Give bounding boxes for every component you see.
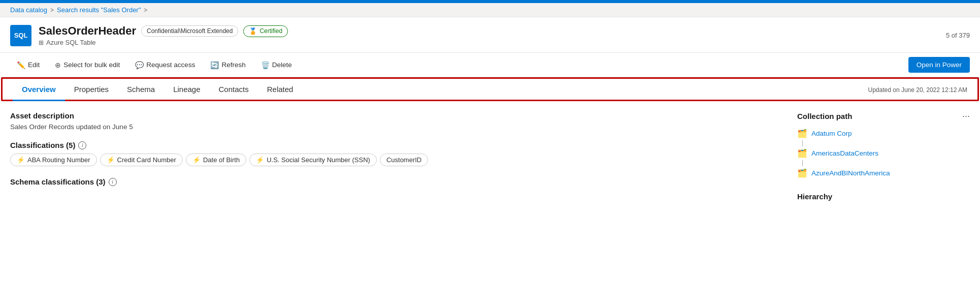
content-left: Asset description Sales Order Records up… [10,111,777,201]
collection-link-0[interactable]: Adatum Corp [811,130,852,137]
tab-properties[interactable]: Properties [65,79,118,101]
tag-label-0: ABA Routing Number [27,156,90,164]
edit-button[interactable]: ✏️ Edit [10,57,46,73]
request-access-button[interactable]: 💬 Request access [128,57,202,73]
collection-item-0: 🗂️ Adatum Corp [797,127,970,140]
connector-0 [802,140,970,146]
select-bulk-icon: ⊕ [55,61,61,69]
schema-classifications-title: Schema classifications (3) [10,177,106,186]
lightning-icon-2: ⚡ [192,156,201,164]
schema-classifications-header: Schema classifications (3) i [10,177,777,186]
header-left: SQL SalesOrderHeader Confidential\Micros… [10,24,288,46]
collection-link-1[interactable]: AmericasDataCenters [811,149,878,157]
asset-title: SalesOrderHeader [39,24,136,38]
refresh-label: Refresh [221,61,245,69]
edit-label: Edit [28,61,40,69]
tabs-list: Overview Properties Schema Lineage Conta… [13,79,302,100]
schema-classifications-info-icon[interactable]: i [109,178,117,186]
classifications-info-icon[interactable]: i [78,141,86,149]
delete-icon: 🗑️ [261,61,270,69]
badge-confidential[interactable]: Confidential\Microsoft Extended [141,25,238,37]
refresh-button[interactable]: 🔄 Refresh [204,57,252,73]
tag-aba-routing[interactable]: ⚡ ABA Routing Number [10,154,97,166]
collection-path-title: Collection path [797,112,852,120]
certified-icon: 🏅 [249,27,257,35]
classification-tags: ⚡ ABA Routing Number ⚡ Credit Card Numbe… [10,154,777,166]
hierarchy-title: Hierarchy [797,192,970,201]
lightning-icon-0: ⚡ [17,156,25,164]
breadcrumb-data-catalog[interactable]: Data catalog [10,6,47,14]
header-title-block: SalesOrderHeader Confidential\Microsoft … [39,24,288,46]
tab-schema[interactable]: Schema [118,79,164,101]
toolbar: ✏️ Edit ⊕ Select for bulk edit 💬 Request… [0,53,980,77]
tab-contacts[interactable]: Contacts [210,79,258,101]
lightning-icon-3: ⚡ [256,156,264,164]
open-power-button[interactable]: Open in Power [908,57,970,73]
breadcrumb-search-results[interactable]: Search results "Sales Order" [57,6,141,14]
delete-label: Delete [272,61,292,69]
breadcrumb: Data catalog > Search results "Sales Ord… [0,3,980,17]
tag-label-1: Credit Card Number [117,156,176,164]
collection-items: 🗂️ Adatum Corp 🗂️ AmericasDataCenters 🗂️… [797,127,970,180]
select-bulk-label: Select for bulk edit [63,61,120,69]
table-icon: ⊞ [39,39,44,46]
asset-description-text: Sales Order Records updated on June 5 [10,123,777,131]
tab-overview[interactable]: Overview [13,79,65,101]
tab-related[interactable]: Related [258,79,303,101]
pagination-text: 5 of 379 [946,32,970,39]
tag-customerid[interactable]: CustomerID [380,154,428,166]
collection-link-2[interactable]: AzureAndBINorthAmerica [811,169,890,177]
badge-certified-label: Certified [259,27,282,35]
delete-button[interactable]: 🗑️ Delete [254,57,299,73]
tag-ssn[interactable]: ⚡ U.S. Social Security Number (SSN) [249,154,377,166]
tag-label-4: CustomerID [386,156,421,164]
tag-label-2: Date of Birth [203,156,240,164]
connector-1 [802,160,970,166]
classifications-header: Classifications (5) i [10,141,777,149]
request-access-icon: 💬 [135,61,144,69]
collection-item-2: 🗂️ AzureAndBINorthAmerica [797,166,970,180]
asset-description-title: Asset description [10,111,777,120]
edit-icon: ✏️ [17,61,25,69]
classifications-title: Classifications (5) [10,141,75,149]
header-section: SQL SalesOrderHeader Confidential\Micros… [0,17,980,53]
folder-icon-1: 🗂️ [797,148,807,158]
more-options-icon[interactable]: ··· [962,111,970,120]
breadcrumb-sep-1: > [50,7,54,14]
folder-icon-0: 🗂️ [797,129,807,138]
sql-icon: SQL [10,25,31,46]
asset-subtitle: ⊞ Azure SQL Table [39,39,288,46]
select-bulk-button[interactable]: ⊕ Select for bulk edit [48,57,126,73]
collection-path-header: Collection path ··· [797,111,970,120]
tag-date-of-birth[interactable]: ⚡ Date of Birth [186,154,246,166]
asset-subtitle-text: Azure SQL Table [46,39,96,46]
tabs-updated-text: Updated on June 20, 2022 12:12 AM [868,86,968,100]
collection-item-1: 🗂️ AmericasDataCenters [797,146,970,160]
main-content: Asset description Sales Order Records up… [0,101,980,211]
toolbar-left: ✏️ Edit ⊕ Select for bulk edit 💬 Request… [10,57,299,73]
lightning-icon-1: ⚡ [107,156,115,164]
badge-certified[interactable]: 🏅 Certified [243,25,288,37]
header-title-row: SalesOrderHeader Confidential\Microsoft … [39,24,288,38]
tag-label-3: U.S. Social Security Number (SSN) [267,156,370,164]
folder-icon-2: 🗂️ [797,168,807,178]
request-access-label: Request access [146,61,195,69]
refresh-icon: 🔄 [210,61,219,69]
tab-lineage[interactable]: Lineage [164,79,209,101]
tabs-section: Overview Properties Schema Lineage Conta… [1,77,979,101]
breadcrumb-sep-2: > [144,7,147,14]
content-right: Collection path ··· 🗂️ Adatum Corp 🗂️ Am… [797,111,970,201]
tag-credit-card[interactable]: ⚡ Credit Card Number [100,154,183,166]
